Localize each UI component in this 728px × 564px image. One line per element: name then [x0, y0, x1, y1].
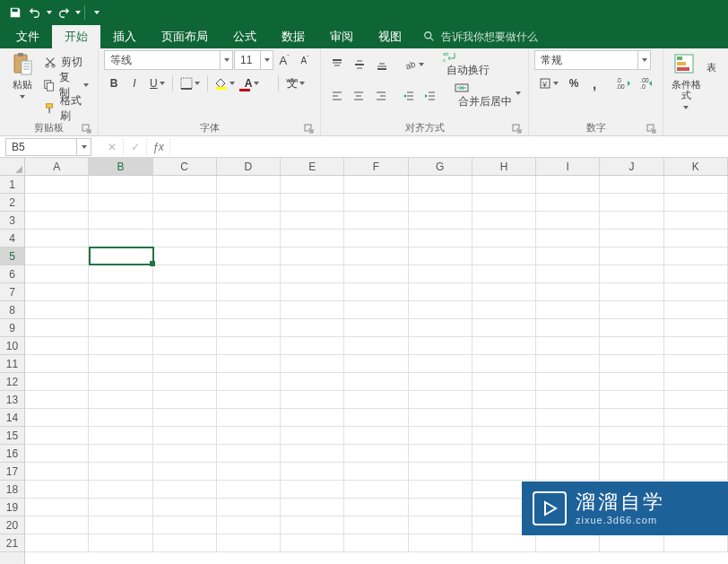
row-header[interactable]: 3 — [0, 212, 24, 230]
clipboard-launcher[interactable] — [82, 124, 92, 134]
cell[interactable] — [472, 319, 536, 337]
column-header[interactable]: C — [153, 158, 217, 175]
cell[interactable] — [472, 176, 536, 194]
cell[interactable] — [409, 212, 472, 230]
cell[interactable] — [344, 427, 408, 445]
row-header[interactable]: 5 — [0, 247, 24, 265]
cell[interactable] — [153, 534, 217, 552]
cell[interactable] — [344, 283, 408, 301]
decrease-indent-icon[interactable] — [398, 86, 419, 106]
cell[interactable] — [472, 301, 536, 319]
column-header[interactable]: G — [409, 158, 472, 175]
decrease-decimal-icon[interactable]: .00.0 — [636, 74, 659, 93]
cell[interactable] — [344, 230, 408, 247]
alignment-launcher[interactable] — [512, 124, 523, 134]
cell[interactable] — [281, 481, 344, 499]
cell[interactable] — [153, 427, 217, 445]
cell[interactable] — [25, 534, 89, 552]
cell[interactable] — [472, 265, 536, 283]
cell[interactable] — [89, 463, 152, 481]
cell[interactable] — [281, 212, 344, 230]
cell[interactable] — [153, 516, 217, 534]
select-all-corner[interactable] — [0, 158, 25, 176]
cell[interactable] — [536, 283, 600, 301]
cell[interactable] — [89, 212, 152, 230]
cell[interactable] — [217, 230, 281, 247]
cell[interactable] — [217, 194, 281, 212]
cell[interactable] — [217, 534, 281, 552]
cell[interactable] — [536, 176, 600, 194]
cell[interactable] — [664, 391, 728, 409]
cell[interactable] — [217, 427, 281, 445]
row-header[interactable]: 19 — [0, 499, 24, 516]
cell[interactable] — [281, 499, 344, 516]
cell[interactable] — [89, 194, 152, 212]
cell[interactable] — [472, 373, 536, 391]
row-header[interactable]: 17 — [0, 463, 24, 481]
cell[interactable] — [25, 463, 89, 481]
row-header[interactable]: 9 — [0, 319, 24, 337]
redo-dropdown[interactable] — [74, 11, 82, 14]
borders-button[interactable] — [176, 74, 204, 93]
phonetic-guide-button[interactable]: wén文 — [282, 74, 309, 93]
cell[interactable] — [89, 176, 152, 194]
cell[interactable] — [600, 301, 663, 319]
cell[interactable] — [217, 283, 281, 301]
row-header[interactable]: 18 — [0, 481, 24, 499]
cell[interactable] — [664, 301, 728, 319]
formula-input[interactable] — [170, 138, 728, 156]
row-header[interactable]: 13 — [0, 391, 24, 409]
cell[interactable] — [472, 427, 536, 445]
cell[interactable] — [536, 463, 600, 481]
cell[interactable] — [472, 212, 536, 230]
align-right-icon[interactable] — [370, 86, 391, 106]
cell[interactable] — [281, 337, 344, 355]
cell[interactable] — [89, 516, 152, 534]
cell[interactable] — [217, 247, 281, 265]
cell[interactable] — [217, 301, 281, 319]
cell[interactable] — [664, 247, 728, 265]
cell[interactable] — [89, 445, 152, 463]
cell[interactable] — [409, 463, 472, 481]
percent-button[interactable]: % — [564, 74, 584, 93]
cell[interactable] — [344, 194, 408, 212]
cell[interactable] — [600, 445, 663, 463]
row-header[interactable]: 10 — [0, 337, 24, 355]
cell[interactable] — [25, 337, 89, 355]
cell[interactable] — [153, 265, 217, 283]
cell[interactable] — [25, 355, 89, 373]
cell[interactable] — [664, 373, 728, 391]
cell[interactable] — [25, 319, 89, 337]
cell[interactable] — [89, 427, 152, 445]
cell[interactable] — [536, 409, 600, 427]
row-header[interactable]: 21 — [0, 534, 24, 552]
cell[interactable] — [344, 247, 408, 265]
cell[interactable] — [281, 301, 344, 319]
cell[interactable] — [25, 176, 89, 194]
cell[interactable] — [89, 283, 152, 301]
accounting-format-button[interactable]: ¥ — [534, 74, 563, 93]
row-header[interactable]: 11 — [0, 355, 24, 373]
cell[interactable] — [153, 212, 217, 230]
cell[interactable] — [536, 230, 600, 247]
font-name-combo[interactable]: 等线 — [104, 50, 233, 70]
cell[interactable] — [472, 409, 536, 427]
cell[interactable] — [281, 534, 344, 552]
cell[interactable] — [281, 194, 344, 212]
cell[interactable] — [217, 212, 281, 230]
cell[interactable] — [664, 230, 728, 247]
cell[interactable] — [472, 355, 536, 373]
cell[interactable] — [409, 337, 472, 355]
merge-center-button[interactable]: 合并后居中 — [449, 82, 523, 109]
cell[interactable] — [344, 176, 408, 194]
cell[interactable] — [409, 355, 472, 373]
cell[interactable] — [600, 463, 663, 481]
cell[interactable] — [600, 337, 663, 355]
cell[interactable] — [25, 481, 89, 499]
column-header[interactable]: H — [472, 158, 536, 175]
cell[interactable] — [281, 445, 344, 463]
cell[interactable] — [89, 355, 152, 373]
wrap-text-button[interactable]: abc自动换行 — [438, 50, 495, 78]
cell[interactable] — [153, 337, 217, 355]
cell[interactable] — [600, 373, 663, 391]
